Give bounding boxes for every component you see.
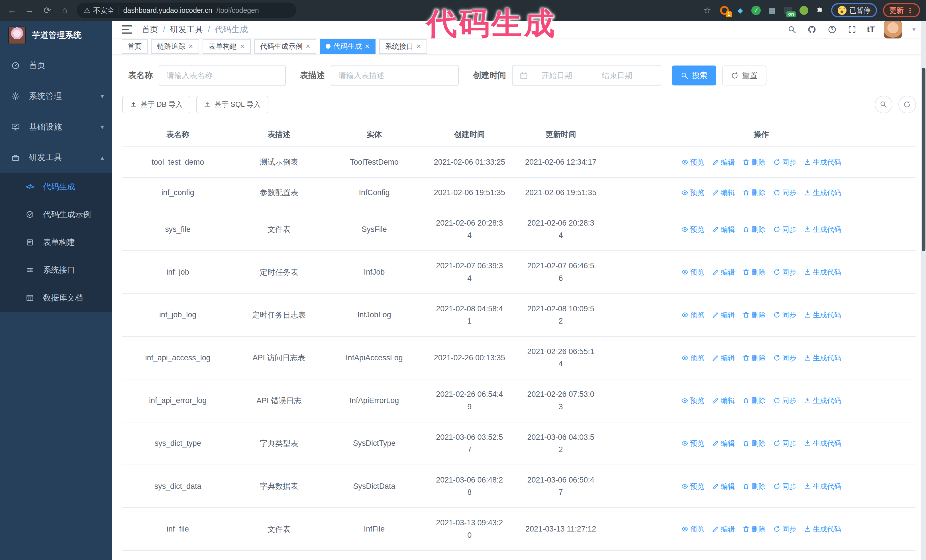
table-desc-input[interactable] xyxy=(338,71,451,80)
extensions-puzzle-icon[interactable] xyxy=(815,5,825,16)
generate-code-link[interactable]: 生成代码 xyxy=(804,353,841,362)
edit-link[interactable]: 编辑 xyxy=(712,396,735,405)
delete-link[interactable]: 删除 xyxy=(743,225,766,234)
help-icon[interactable] xyxy=(827,24,837,35)
font-size-icon[interactable]: tT xyxy=(867,25,875,34)
close-icon[interactable]: ✕ xyxy=(365,43,369,50)
tab-codegen-example[interactable]: 代码生成示例✕ xyxy=(254,39,316,54)
table-row[interactable]: inf_job_log 定时任务日志表 InfJobLog 2021-02-08… xyxy=(122,294,916,337)
github-icon[interactable] xyxy=(806,24,817,35)
update-button[interactable]: 更新 ⋮ xyxy=(883,3,920,17)
delete-link[interactable]: 删除 xyxy=(743,310,766,320)
extension-gem-icon[interactable]: ◆ xyxy=(735,5,745,16)
edit-link[interactable]: 编辑 xyxy=(712,524,735,534)
sidebar-item-devtools[interactable]: 研发工具 ▴ xyxy=(0,142,112,173)
table-row[interactable]: sys_dict_data 字典数据表 SysDictData 2021-03-… xyxy=(122,465,916,507)
paused-badge[interactable]: 已暂停 xyxy=(831,3,877,17)
sidebar-item-infra[interactable]: 基础设施 ▾ xyxy=(0,112,112,142)
generate-code-link[interactable]: 生成代码 xyxy=(804,439,841,448)
back-icon[interactable]: ← xyxy=(6,5,18,15)
sync-link[interactable]: 同步 xyxy=(773,353,796,362)
forward-icon[interactable]: → xyxy=(24,5,35,15)
home-icon[interactable]: ⌂ xyxy=(59,5,71,15)
tab-system-api[interactable]: 系统接口✕ xyxy=(379,39,427,54)
delete-link[interactable]: 删除 xyxy=(743,157,766,167)
sync-link[interactable]: 同步 xyxy=(773,188,796,198)
preview-link[interactable]: 预览 xyxy=(681,225,704,234)
preview-link[interactable]: 预览 xyxy=(681,524,704,534)
tab-codegen[interactable]: 代码生成✕ xyxy=(320,39,375,54)
close-icon[interactable]: ✕ xyxy=(306,43,310,50)
preview-link[interactable]: 预览 xyxy=(681,157,704,167)
sync-link[interactable]: 同步 xyxy=(773,267,796,277)
edit-link[interactable]: 编辑 xyxy=(712,225,735,234)
generate-code-link[interactable]: 生成代码 xyxy=(804,267,841,277)
end-date-input[interactable] xyxy=(593,71,642,80)
sidebar-logo-row[interactable]: 芋道管理系统 xyxy=(0,21,112,50)
browser-menu-icon[interactable]: ⋮ xyxy=(906,6,914,15)
generate-code-link[interactable]: 生成代码 xyxy=(804,225,841,234)
extension-monkey-icon[interactable] xyxy=(799,5,809,16)
sidebar-item-system-api[interactable]: 系统接口 xyxy=(0,256,112,284)
table-row[interactable]: sys_dict_type 字典类型表 SysDictType 2021-03-… xyxy=(122,422,916,465)
edit-link[interactable]: 编辑 xyxy=(712,482,735,491)
breadcrumb-devtools[interactable]: 研发工具 xyxy=(170,24,203,35)
edit-link[interactable]: 编辑 xyxy=(712,267,735,277)
tab-tracing[interactable]: 链路追踪✕ xyxy=(151,39,199,54)
extension-dark-icon[interactable]: on xyxy=(783,5,793,16)
search-icon[interactable] xyxy=(787,24,797,35)
table-row[interactable]: inf_api_access_log API 访问日志表 InfApiAcces… xyxy=(122,337,916,379)
preview-link[interactable]: 预览 xyxy=(681,439,704,448)
fullscreen-icon[interactable] xyxy=(847,24,857,35)
sync-link[interactable]: 同步 xyxy=(773,439,796,448)
generate-code-link[interactable]: 生成代码 xyxy=(804,524,841,534)
preview-link[interactable]: 预览 xyxy=(681,353,704,362)
sync-link[interactable]: 同步 xyxy=(773,157,796,167)
date-range-picker[interactable]: - xyxy=(512,65,661,86)
delete-link[interactable]: 删除 xyxy=(743,188,766,198)
preview-link[interactable]: 预览 xyxy=(681,267,704,277)
generate-code-link[interactable]: 生成代码 xyxy=(804,482,841,491)
delete-link[interactable]: 删除 xyxy=(743,267,766,277)
preview-link[interactable]: 预览 xyxy=(681,310,704,320)
table-row[interactable]: inf_file 文件表 InfFile 2021-03-13 09:43:2 … xyxy=(122,507,916,550)
generate-code-link[interactable]: 生成代码 xyxy=(804,396,841,405)
close-icon[interactable]: ✕ xyxy=(188,43,193,50)
scrollbar-thumb[interactable] xyxy=(922,68,925,251)
url-bar[interactable]: ⚠ 不安全 dashboard.yudao.iocoder.cn/tool/co… xyxy=(77,3,296,18)
edit-link[interactable]: 编辑 xyxy=(712,310,735,320)
table-row[interactable]: inf_config 参数配置表 InfConfig 2021-02-06 19… xyxy=(122,177,916,208)
edit-link[interactable]: 编辑 xyxy=(712,157,735,167)
table-row[interactable]: tool_test_demo 测试示例表 ToolTestDemo 2021-0… xyxy=(122,147,916,177)
sidebar-item-codegen-example[interactable]: 代码生成示例 xyxy=(0,201,112,228)
table-row[interactable]: sys_file 文件表 SysFile 2021-02-06 20:28:3 … xyxy=(122,208,916,251)
generate-code-link[interactable]: 生成代码 xyxy=(804,310,841,320)
tab-home[interactable]: 首页 xyxy=(122,39,148,54)
generate-code-link[interactable]: 生成代码 xyxy=(804,157,841,167)
import-sql-button[interactable]: 基于 SQL 导入 xyxy=(196,96,268,113)
caret-down-icon[interactable]: ▼ xyxy=(911,27,916,33)
edit-link[interactable]: 编辑 xyxy=(712,188,735,198)
sidebar-item-home[interactable]: 首页 xyxy=(0,50,112,81)
start-date-input[interactable] xyxy=(533,71,581,80)
scrollbar-track[interactable] xyxy=(921,21,926,560)
sync-link[interactable]: 同步 xyxy=(773,310,796,320)
generate-code-link[interactable]: 生成代码 xyxy=(804,188,841,198)
bookmark-star-icon[interactable]: ☆ xyxy=(701,5,713,16)
search-button[interactable]: 搜索 xyxy=(672,65,716,86)
extension-orange-icon[interactable]: 1 xyxy=(719,5,729,16)
sidebar-item-db-doc[interactable]: 数据库文档 xyxy=(0,284,112,312)
extension-shield-icon[interactable]: ✓ xyxy=(751,5,761,16)
sync-link[interactable]: 同步 xyxy=(773,482,796,491)
preview-link[interactable]: 预览 xyxy=(681,396,704,405)
insecure-warning[interactable]: ⚠ 不安全 xyxy=(84,6,114,15)
reload-icon[interactable]: ⟳ xyxy=(41,5,53,16)
import-db-button[interactable]: 基于 DB 导入 xyxy=(122,96,190,113)
toggle-search-button[interactable] xyxy=(875,96,893,113)
breadcrumb-home[interactable]: 首页 xyxy=(142,24,158,35)
delete-link[interactable]: 删除 xyxy=(743,439,766,448)
sidebar-item-form-builder[interactable]: 表单构建 xyxy=(0,228,112,256)
close-icon[interactable]: ✕ xyxy=(240,43,245,50)
tab-form-builder[interactable]: 表单构建✕ xyxy=(203,39,250,54)
close-icon[interactable]: ✕ xyxy=(416,43,421,50)
